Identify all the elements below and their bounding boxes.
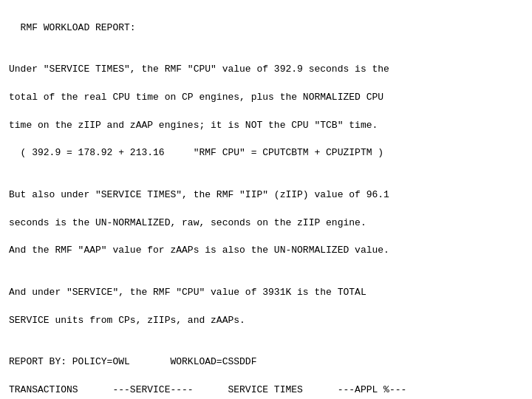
table-header: REPORT BY: POLICY=OWL WORKLOAD=CSSDDF xyxy=(9,356,256,367)
para-line-4-text: ( 392.9 = 178.92 + 213.16 "RMF CPU" = CP… xyxy=(9,147,383,158)
para-line-8-text: And the RMF "AAP" value for zAAPs is als… xyxy=(9,245,389,256)
para-line-3-text: time on the zIIP and zAAP engines; it is… xyxy=(9,120,378,131)
para-line-2-text: total of the real CPU time on CP engines… xyxy=(9,92,383,103)
para-line-7-text: seconds is the UN-NORMALIZED, raw, secon… xyxy=(9,217,366,228)
para-line-1: Under "SERVICE TIMES", the RMF "CPU" val… xyxy=(9,64,389,75)
report-container: RMF WORKLOAD REPORT: Under "SERVICE TIME… xyxy=(9,7,523,399)
para-line-6: But also under "SERVICE TIMES", the RMF … xyxy=(9,189,389,200)
col-headers-text: TRANSACTIONS ---SERVICE---- SERVICE TIME… xyxy=(9,384,406,395)
para-line-11-text: SERVICE units from CPs, zIIPs, and zAAPs… xyxy=(9,315,245,326)
para-line-10: And under "SERVICE", the RMF "CPU" value… xyxy=(9,287,366,298)
report-title: RMF WORKLOAD REPORT: xyxy=(9,22,136,33)
